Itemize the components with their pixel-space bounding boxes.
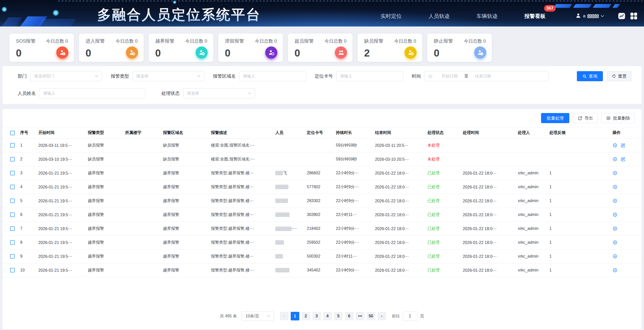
cell-duration: 22小时9分⋯ [333,166,372,180]
row-checkbox[interactable] [10,185,15,189]
cell-handler [515,139,546,152]
nav-item-vehicle-track[interactable]: 车辆轨迹 [476,13,498,20]
cross-border-alarm-icon [196,46,208,59]
cell-actions [609,166,641,180]
col-description: 报警描述 [208,127,272,139]
cell-start-time: 2026-01-21 19:5⋯ [35,222,85,236]
batch-handle-button[interactable]: 批量处理 [541,113,569,123]
user-name-redacted [587,14,599,18]
cell-handler: xrkc_admin [515,166,546,180]
view-button[interactable] [612,198,618,203]
search-button[interactable]: 查询 [577,71,603,81]
page-button-4[interactable]: 4 [323,312,332,320]
stat-value: 0 [86,47,91,59]
user-menu[interactable]: a [575,13,604,20]
stat-total: 今日总数 0 [116,38,138,44]
understaff-alarm-icon [405,46,417,59]
page-button-50[interactable]: 50 [367,312,375,320]
row-checkbox[interactable] [10,143,15,148]
page-button-3[interactable]: 3 [312,312,321,320]
page-ellipsis[interactable]: ••• [356,312,364,320]
cell-handle-time: 2026-01-22 18:0⋯ [460,222,515,236]
row-checkbox[interactable] [10,157,15,161]
cell-handler: xrkc_admin [515,208,546,222]
view-button[interactable] [612,157,618,162]
nav-item-person-track[interactable]: 人员轨迹 [428,13,450,20]
person-name-input[interactable] [39,88,145,98]
cell-card-no [304,139,333,152]
cell-handler: xrkc_admin [515,250,546,263]
batch-delete-button[interactable]: 批量删除 [601,113,635,123]
row-checkbox[interactable] [10,171,15,175]
cell-person [272,194,304,208]
cell-alarm-type: 越界报警 [85,166,122,180]
col-actions: 操作 [609,127,641,139]
view-button[interactable] [612,212,618,217]
page-size-select[interactable]: 10条/页 [242,311,274,321]
page-button-1[interactable]: 1 [291,312,299,320]
row-checkbox[interactable] [10,268,15,272]
start-date-input[interactable]: 开始日期 [442,74,458,79]
edit-button[interactable] [621,157,626,162]
view-button[interactable] [612,226,618,231]
export-button[interactable]: 导出 [573,113,598,123]
table-row: 22026-03-10 19:5⋯缺员报警缺员报警楼层:全图,报警区域名:⋯59… [3,152,641,166]
handle-status-select[interactable]: 请选择 [183,88,255,98]
nav-item-alarm-board[interactable]: 报警看板367 [524,13,546,20]
edit-button[interactable] [621,143,626,148]
cell-building [122,194,160,208]
cell-duration: 22小时11⋯ [333,208,372,222]
col-building: 所属楼宇 [122,127,160,139]
nav-item-realtime-location[interactable]: 实时定位 [381,13,402,20]
table-row: 102026-01-21 19:5⋯越界报警越界报警报警类型:越界报警,楼⋯34… [3,263,641,277]
goto-page-input[interactable] [403,311,417,321]
cell-description: 报警类型:越界报警,楼⋯ [208,263,272,277]
row-checkbox[interactable] [10,212,15,217]
view-button[interactable] [612,268,618,273]
stat-total: 今日总数 0 [325,38,346,44]
view-button[interactable] [612,184,618,189]
page-button-5[interactable]: 5 [334,312,343,320]
cell-index: 4 [17,180,35,194]
cell-building [122,236,160,250]
next-page-button[interactable]: › [378,312,386,320]
app-header: 多融合人员定位系统平台 实时定位人员轨迹车辆轨迹报警看板367 a [0,0,644,26]
person-name-suffix: 飞 [283,171,287,175]
cell-area-name: 越界报警 [160,208,208,222]
cell-index: 8 [17,236,35,250]
table-row: 42026-01-21 19:5⋯越界报警越界报警报警类型:越界报警,楼⋯577… [3,180,641,194]
user-avatar-icon [575,13,581,20]
cell-building [122,208,160,222]
row-checkbox[interactable] [10,254,15,259]
cell-index: 10 [17,263,35,277]
prev-page-button[interactable]: ‹ [280,312,288,320]
page-button-6[interactable]: 6 [345,312,354,320]
alarm-type-select[interactable]: 请选择 [132,71,204,81]
stat-label: 超员报警 [294,38,314,44]
view-button[interactable] [612,143,618,148]
area-name-input[interactable] [239,71,306,81]
view-button[interactable] [612,171,618,176]
view-button[interactable] [612,254,618,259]
cell-handler: xrkc_admin [515,194,546,208]
row-checkbox[interactable] [10,240,15,245]
cell-person [272,263,304,277]
reset-button[interactable]: 重置 [607,71,631,81]
apps-grid-icon[interactable] [630,12,638,20]
row-checkbox[interactable] [10,226,15,231]
date-range-picker[interactable]: 开始日期 至 结束日期 [424,71,549,81]
cell-person [272,236,304,250]
status-text: 已处理 [427,185,440,189]
status-text: 已处理 [427,171,440,175]
status-text: 已处理 [427,240,440,244]
card-no-input[interactable] [336,71,403,81]
stat-value: 0 [16,47,21,59]
select-all-checkbox[interactable] [10,131,15,135]
row-checkbox[interactable] [10,199,15,203]
department-select[interactable]: 请选择部门 [30,71,102,81]
page-button-2[interactable]: 2 [302,312,310,320]
monitor-trend-icon[interactable] [618,12,626,20]
view-button[interactable] [612,240,618,245]
stat-label: 静止报警 [434,38,453,44]
end-date-input[interactable]: 结束日期 [475,74,491,79]
